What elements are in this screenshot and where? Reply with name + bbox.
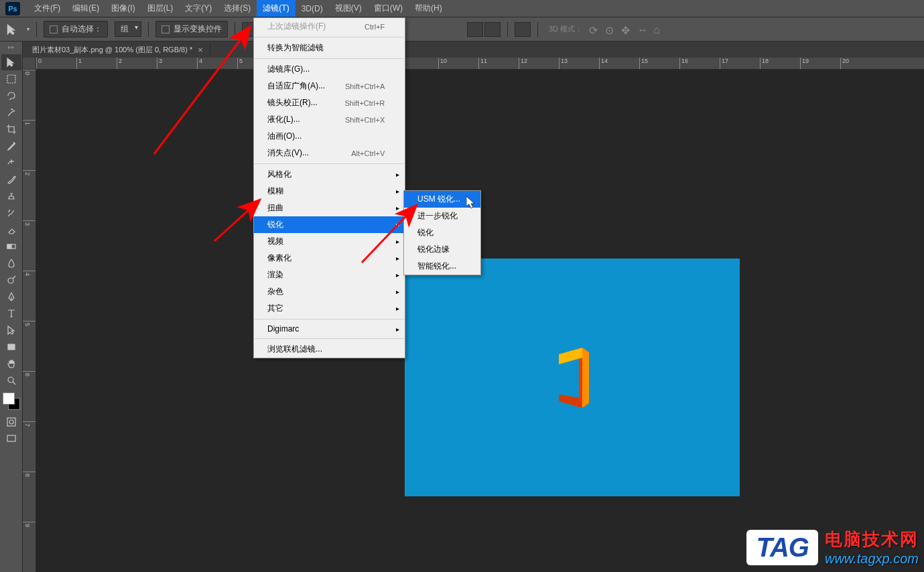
panel-grip-icon[interactable]: ▸▸ xyxy=(0,42,22,54)
healing-brush-tool[interactable] xyxy=(1,155,21,171)
ruler-horizontal[interactable]: 01234567891011121314151617181920 xyxy=(36,58,924,70)
path-select-tool[interactable] xyxy=(1,322,21,338)
canvas-area: 01234567891011121314151617181920 0123456… xyxy=(23,58,924,572)
ruler-tick: 19 xyxy=(800,58,840,69)
menu-adaptive-wide[interactable]: 自适应广角(A)...Shift+Ctrl+A xyxy=(254,78,405,94)
menu-browse-online[interactable]: 浏览联机滤镜... xyxy=(254,341,405,358)
canvas-image[interactable] xyxy=(405,259,740,496)
menu-other[interactable]: 其它▸ xyxy=(254,300,405,317)
submenu-usm-sharpen[interactable]: USM 锐化... xyxy=(404,191,480,208)
menu-image[interactable]: 图像(I) xyxy=(105,0,141,17)
svg-rect-8 xyxy=(7,435,15,441)
menu-select[interactable]: 选择(S) xyxy=(218,0,257,17)
divider xyxy=(537,22,538,37)
menu-last-filter[interactable]: 上次滤镜操作(F)Ctrl+F xyxy=(254,18,405,35)
ruler-tick: 9 xyxy=(23,522,36,572)
menu-help[interactable]: 帮助(H) xyxy=(409,0,448,17)
gradient-tool[interactable] xyxy=(1,238,21,255)
document-title: 图片素材03_副本.png @ 100% (图层 0, RGB/8) * xyxy=(32,45,192,55)
submenu-sharpen-edges[interactable]: 锐化边缘 xyxy=(404,241,480,258)
blur-tool[interactable] xyxy=(1,255,21,271)
menu-pixelate[interactable]: 像素化▸ xyxy=(254,250,405,267)
pen-tool[interactable] xyxy=(1,289,21,305)
ruler-tick: 11 xyxy=(478,58,519,69)
menu-file[interactable]: 文件(F) xyxy=(28,0,66,17)
submenu-sharpen-more[interactable]: 进一步锐化 xyxy=(404,208,480,224)
history-brush-tool[interactable] xyxy=(1,205,21,221)
close-tab-icon[interactable]: × xyxy=(198,45,203,55)
sharpen-submenu: USM 锐化... 进一步锐化 锐化 锐化边缘 智能锐化... xyxy=(403,190,481,275)
foreground-color-swatch[interactable] xyxy=(3,392,15,405)
ruler-tick: 1 xyxy=(23,120,36,170)
pan-3d-icon[interactable]: ✥ xyxy=(621,24,632,35)
menu-lens-correct[interactable]: 镜头校正(R)...Shift+Ctrl+R xyxy=(254,94,405,111)
magic-wand-tool[interactable] xyxy=(1,104,21,121)
menu-edit[interactable]: 编辑(E) xyxy=(66,0,105,17)
quick-mask-icon[interactable] xyxy=(1,414,21,430)
menu-separator xyxy=(255,37,404,38)
menu-vanishing[interactable]: 消失点(V)...Alt+Ctrl+V xyxy=(254,145,405,161)
menu-separator xyxy=(255,163,404,164)
eyedropper-tool[interactable] xyxy=(1,138,21,154)
rectangle-shape-tool[interactable] xyxy=(1,339,21,355)
ruler-tick: 12 xyxy=(519,58,559,69)
slide-3d-icon[interactable]: ↔ xyxy=(637,24,648,35)
menu-digimarc[interactable]: Digimarc▸ xyxy=(254,321,405,336)
submenu-sharpen[interactable]: 锐化 xyxy=(404,224,480,241)
auto-select-checkbox[interactable] xyxy=(50,25,58,33)
dist-btn[interactable] xyxy=(515,22,531,37)
move-tool-dropdown-icon[interactable]: ▾ xyxy=(27,26,29,32)
clone-stamp-tool[interactable] xyxy=(1,188,21,204)
menu-blur[interactable]: 模糊▸ xyxy=(254,183,405,200)
marquee-tool[interactable] xyxy=(1,71,21,87)
dodge-tool[interactable] xyxy=(1,272,21,288)
ruler-tick: 4 xyxy=(23,271,36,321)
menu-noise[interactable]: 杂色▸ xyxy=(254,283,405,300)
menu-window[interactable]: 窗口(W) xyxy=(368,0,409,17)
orbit-3d-icon[interactable]: ⟳ xyxy=(589,24,600,35)
svg-point-3 xyxy=(8,278,13,283)
svg-rect-4 xyxy=(8,344,15,350)
menu-3d[interactable]: 3D(D) xyxy=(295,1,329,16)
eraser-tool[interactable] xyxy=(1,222,21,238)
auto-select-dropdown[interactable]: 组 xyxy=(115,21,141,37)
color-swatches[interactable] xyxy=(3,392,20,410)
menu-render[interactable]: 渲染▸ xyxy=(254,267,405,283)
ruler-tick: 10 xyxy=(438,58,478,69)
menu-type[interactable]: 文字(Y) xyxy=(179,0,218,17)
document-tab[interactable]: 图片素材03_副本.png @ 100% (图层 0, RGB/8) * × xyxy=(25,43,210,57)
submenu-smart-sharpen[interactable]: 智能锐化... xyxy=(404,258,480,275)
ruler-vertical[interactable]: 0123456789 xyxy=(23,70,36,572)
menu-view[interactable]: 视图(V) xyxy=(329,0,368,17)
ps-logo-icon: Ps xyxy=(5,2,20,15)
ruler-tick: 8 xyxy=(23,472,36,522)
menu-layer[interactable]: 图层(L) xyxy=(141,0,180,17)
move-tool-indicator-icon[interactable] xyxy=(5,23,20,36)
document-tab-bar: 图片素材03_副本.png @ 100% (图层 0, RGB/8) * × xyxy=(0,42,924,58)
menu-separator xyxy=(255,338,404,339)
menu-convert-smart[interactable]: 转换为智能滤镜 xyxy=(254,40,405,56)
move-tool[interactable] xyxy=(1,54,21,70)
menu-distort[interactable]: 扭曲▸ xyxy=(254,200,405,216)
type-tool[interactable] xyxy=(1,305,21,321)
menu-liquify[interactable]: 液化(L)...Shift+Ctrl+X xyxy=(254,111,405,128)
menu-sharpen[interactable]: 锐化▸ xyxy=(254,216,405,233)
crop-tool[interactable] xyxy=(1,121,21,137)
camera-3d-icon[interactable]: ⌂ xyxy=(653,24,664,35)
screen-mode-icon[interactable] xyxy=(1,431,21,447)
menu-filter[interactable]: 滤镜(T) xyxy=(257,0,295,17)
menu-video[interactable]: 视频▸ xyxy=(254,233,405,250)
menu-oil-paint[interactable]: 油画(O)... xyxy=(254,128,405,145)
roll-3d-icon[interactable]: ⊙ xyxy=(605,24,616,35)
menu-filter-gallery[interactable]: 滤镜库(G)... xyxy=(254,61,405,78)
show-transform-checkbox[interactable] xyxy=(161,25,170,33)
hand-tool[interactable] xyxy=(1,356,21,372)
watermark-title: 电脑技术网 xyxy=(825,528,919,551)
dist-btn[interactable] xyxy=(467,22,483,37)
mode-3d-label: 3D 模式： xyxy=(549,24,582,34)
menu-stylize[interactable]: 风格化▸ xyxy=(254,166,405,183)
zoom-tool[interactable] xyxy=(1,372,21,388)
dist-btn[interactable] xyxy=(484,22,501,37)
brush-tool[interactable] xyxy=(1,171,21,188)
lasso-tool[interactable] xyxy=(1,88,21,104)
